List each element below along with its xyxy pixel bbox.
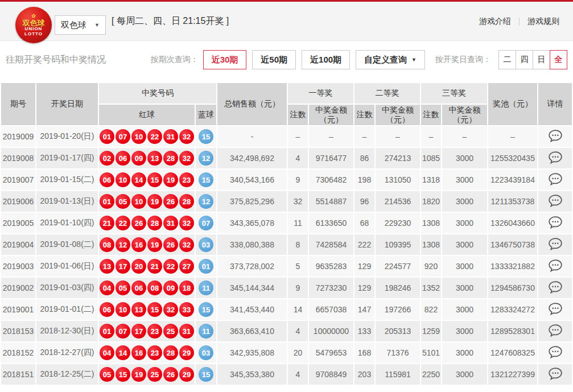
blue-ball-cell: 11 xyxy=(196,278,216,298)
detail-cell xyxy=(538,126,572,147)
first-prize-count-cell: 14 xyxy=(288,299,308,320)
red-balls-cell: 041416232829 xyxy=(99,343,195,363)
period-button-last30[interactable]: 近30期 xyxy=(203,50,247,69)
day-button-thu[interactable]: 四 xyxy=(516,50,533,69)
comment-bubble-icon[interactable] xyxy=(549,238,562,250)
first-prize-amount-cell: 7306482 xyxy=(309,170,353,190)
blue-ball-cell: 12 xyxy=(196,191,216,212)
first-prize-amount-cell: 9716477 xyxy=(309,148,353,168)
red-ball: 25 xyxy=(163,324,178,339)
period-query-label: 按期次查询： xyxy=(151,55,199,65)
first-prize-amount-cell: 7273230 xyxy=(309,278,353,298)
blue-ball: 12 xyxy=(199,194,213,209)
red-ball: 17 xyxy=(116,259,130,274)
results-table: 期号 开奖日期 中奖号码 总销售额（元） 一等奖 二等奖 三等奖 奖池（元） 详… xyxy=(0,82,573,386)
date-cell: 2019-01-15(二) xyxy=(36,170,98,190)
table-row: 20181532018-12-30(日)01071723253111363,66… xyxy=(1,321,572,341)
comment-bubble-icon[interactable] xyxy=(549,216,562,229)
logo-sub2: LOTTO xyxy=(24,32,43,36)
red-balls-cell: 061014151923 xyxy=(99,170,195,190)
third-prize-amount-cell: 3000 xyxy=(442,278,487,298)
red-ball: 26 xyxy=(131,216,146,230)
third-prize-count-cell: – xyxy=(421,126,441,147)
comment-bubble-icon[interactable] xyxy=(549,259,562,272)
first-prize-amount-cell: 6133650 xyxy=(309,213,353,233)
third-prize-amount-cell: 3000 xyxy=(442,343,487,363)
comment-bubble-icon[interactable] xyxy=(549,324,562,337)
third-prize-amount-cell: 3000 xyxy=(442,170,487,190)
game-rules-link[interactable]: 游戏规则 xyxy=(527,16,559,27)
second-prize-count-cell: 68 xyxy=(354,213,374,233)
second-prize-amount-cell: 198246 xyxy=(376,278,420,298)
red-ball: 28 xyxy=(163,345,178,360)
blue-ball: 03 xyxy=(199,237,213,252)
blue-ball: 03 xyxy=(199,345,213,360)
third-prize-amount-cell: 3000 xyxy=(442,191,487,212)
game-intro-link[interactable]: 游戏介绍 xyxy=(479,16,511,27)
detail-cell xyxy=(538,234,572,255)
sales-cell: 345,353,380 xyxy=(217,364,287,385)
red-ball: 02 xyxy=(100,151,114,166)
first-prize-amount-cell: 5479653 xyxy=(309,343,353,363)
comment-bubble-icon[interactable] xyxy=(549,151,562,164)
comment-bubble-icon[interactable] xyxy=(549,281,562,294)
pool-cell: – xyxy=(488,126,537,147)
day-query-label: 按开奖日查询： xyxy=(435,55,491,65)
red-ball: 06 xyxy=(100,172,114,187)
comment-bubble-icon[interactable] xyxy=(549,173,562,185)
col-header-second-prize: 二等奖 xyxy=(354,83,420,104)
pool-cell: 1247608325 xyxy=(488,343,537,363)
red-ball: 22 xyxy=(147,129,162,144)
pool-cell: 1294586730 xyxy=(488,278,537,298)
table-row: 20190022019-01-03(四)04050608091811345,14… xyxy=(1,278,572,298)
sales-cell: - xyxy=(217,126,287,147)
day-button-tue[interactable]: 二 xyxy=(498,50,516,69)
second-prize-amount-cell: 115981 xyxy=(376,364,420,385)
red-ball: 23 xyxy=(147,324,162,339)
red-balls-cell: 010510192628 xyxy=(99,191,195,212)
sales-cell: 341,453,440 xyxy=(217,299,287,320)
second-prize-amount-cell: – xyxy=(376,126,420,147)
col-header-date: 开奖日期 xyxy=(36,83,98,125)
custom-query-dropdown[interactable]: 自定义查询 ▼ xyxy=(356,50,425,69)
red-ball: 01 xyxy=(100,324,114,339)
red-ball: 19 xyxy=(147,194,162,209)
game-select-dropdown[interactable]: 双色球 ▼ xyxy=(55,15,106,35)
first-prize-count-cell: 4 xyxy=(288,364,308,385)
blue-ball: 15 xyxy=(199,367,213,382)
red-ball: 27 xyxy=(179,259,194,274)
blue-ball-cell: 07 xyxy=(196,213,216,233)
comment-bubble-icon[interactable] xyxy=(549,130,562,142)
period-button-last100[interactable]: 近100期 xyxy=(302,50,350,69)
day-button-sun[interactable]: 日 xyxy=(533,50,550,69)
third-prize-amount-cell: 3000 xyxy=(442,299,487,320)
pool-cell: 1326043660 xyxy=(488,213,537,233)
period-button-last50[interactable]: 近50期 xyxy=(252,50,296,69)
second-prize-count-cell: 147 xyxy=(354,299,374,320)
red-ball: 33 xyxy=(179,302,194,317)
third-prize-count-cell: 1308 xyxy=(421,234,441,255)
day-button-all[interactable]: 全 xyxy=(550,50,567,69)
date-cell: 2019-01-01(二) xyxy=(36,299,98,320)
red-ball: 16 xyxy=(131,345,146,360)
col-header-amount-3: 中奖金额（元） xyxy=(442,105,487,125)
red-ball: 10 xyxy=(131,194,146,209)
chevron-down-icon: ▼ xyxy=(411,57,417,63)
period-cell: 2018152 xyxy=(1,343,35,363)
blue-ball-cell: 15 xyxy=(196,299,216,320)
table-row: 20190082019-01-17(四)02060913283212342,49… xyxy=(1,148,572,168)
red-ball: 01 xyxy=(100,129,114,144)
comment-bubble-icon[interactable] xyxy=(549,195,562,207)
period-cell: 2019003 xyxy=(1,256,35,277)
comment-bubble-icon[interactable] xyxy=(549,303,562,315)
period-cell: 2019008 xyxy=(1,148,35,168)
sales-cell: 343,365,078 xyxy=(217,213,287,233)
period-cell: 2019002 xyxy=(1,278,35,298)
second-prize-count-cell: – xyxy=(354,126,374,147)
comment-bubble-icon[interactable] xyxy=(549,368,562,380)
detail-cell xyxy=(538,170,572,190)
red-balls-cell: 010710223132 xyxy=(99,126,195,147)
blue-ball: 11 xyxy=(199,324,213,339)
col-header-sales: 总销售额（元） xyxy=(217,83,287,125)
comment-bubble-icon[interactable] xyxy=(549,346,562,358)
